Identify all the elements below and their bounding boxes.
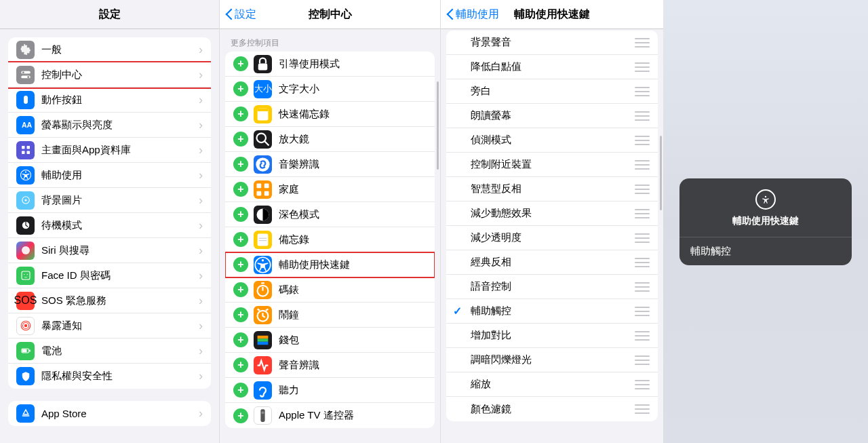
shazam-icon (254, 155, 272, 174)
reorder-handle-icon[interactable] (635, 282, 650, 292)
row-label: 螢幕顯示與亮度 (41, 119, 203, 132)
shortcut-row-reduce-transparency[interactable]: 減少透明度 (446, 226, 658, 250)
control-row-accessibility-shortcut[interactable]: 輔助使用快速鍵 (225, 252, 435, 277)
shortcut-row-detection-mode[interactable]: 偵測模式 (446, 128, 658, 153)
settings-row-siri[interactable]: Siri 與搜尋 (8, 238, 211, 263)
add-control-button[interactable] (233, 282, 248, 297)
add-control-button[interactable] (233, 107, 248, 121)
chevron-right-icon (199, 218, 203, 233)
reorder-handle-icon[interactable] (635, 111, 650, 121)
add-control-button[interactable] (233, 157, 248, 172)
settings-row-action-button[interactable]: 動作按鈕 (8, 88, 211, 113)
settings-row-privacy[interactable]: 隱私權與安全性 (8, 364, 211, 389)
settings-row-display[interactable]: AA螢幕顯示與亮度 (8, 113, 211, 138)
reorder-handle-icon[interactable] (635, 404, 650, 414)
svg-rect-37 (258, 233, 269, 246)
reorder-handle-icon[interactable] (635, 136, 650, 145)
settings-row-control-center[interactable]: 控制中心 (8, 62, 211, 88)
settings-header: 設定 (0, 0, 219, 29)
reorder-handle-icon[interactable] (635, 258, 650, 267)
control-center-scroll[interactable]: 更多控制項目 引導使用模式大小文字大小快速備忘錄放大鏡音樂辨識家庭深色模式備忘錄… (220, 29, 440, 443)
back-to-settings-button[interactable]: 設定 (225, 7, 256, 22)
accessibility-shortcut-popup: 輔助使用快速鍵 輔助觸控 (679, 178, 852, 265)
settings-scroll[interactable]: 一般控制中心動作按鈕AA螢幕顯示與亮度主畫面與App資料庫輔助使用背景圖片待機模… (0, 29, 219, 443)
reorder-handle-icon[interactable] (635, 160, 650, 170)
shortcut-row-control-nearby[interactable]: 控制附近裝置 (446, 153, 658, 177)
settings-sidebar: 設定 一般控制中心動作按鈕AA螢幕顯示與亮度主畫面與App資料庫輔助使用背景圖片… (0, 0, 220, 443)
reorder-handle-icon[interactable] (635, 185, 650, 194)
control-row-dark-mode[interactable]: 深色模式 (225, 202, 435, 227)
shortcut-row-classic-invert[interactable]: 經典反相 (446, 250, 658, 275)
shortcut-row-speak-screen[interactable]: 朗讀螢幕 (446, 104, 658, 128)
settings-row-wallpaper[interactable]: 背景圖片 (8, 188, 211, 213)
settings-row-standby[interactable]: 待機模式 (8, 213, 211, 238)
add-control-button[interactable] (233, 56, 248, 71)
shortcut-row-increase-contrast[interactable]: 增加對比 (446, 324, 658, 348)
add-control-button[interactable] (233, 81, 248, 96)
shortcut-row-assistive-touch[interactable]: ✓輔助觸控 (446, 299, 658, 324)
control-row-wallet[interactable]: 錢包 (225, 328, 435, 353)
control-row-magnifier[interactable]: 放大鏡 (225, 127, 435, 152)
shortcut-row-smart-invert[interactable]: 智慧型反相 (446, 177, 658, 201)
add-control-button[interactable] (233, 207, 248, 222)
control-row-stopwatch[interactable]: 碼錶 (225, 277, 435, 303)
add-control-button[interactable] (233, 358, 248, 372)
row-label: App Store (41, 408, 203, 419)
control-label: 深色模式 (279, 208, 427, 221)
row-label: 暴露通知 (41, 320, 203, 332)
reorder-handle-icon[interactable] (635, 307, 650, 316)
settings-row-general[interactable]: 一般 (8, 37, 211, 62)
control-row-alarm[interactable]: 鬧鐘 (225, 303, 435, 328)
shortcut-row-zoom[interactable]: 縮放 (446, 372, 658, 397)
add-control-button[interactable] (233, 257, 248, 272)
add-control-button[interactable] (233, 232, 248, 247)
reorder-handle-icon[interactable] (635, 355, 650, 365)
settings-row-faceid[interactable]: Face ID 與密碼 (8, 263, 211, 288)
control-row-notes[interactable]: 備忘錄 (225, 227, 435, 252)
magnifier-icon (254, 130, 272, 149)
control-row-guided-access[interactable]: 引導使用模式 (225, 52, 435, 77)
control-row-quick-note[interactable]: 快速備忘錄 (225, 102, 435, 127)
reorder-handle-icon[interactable] (635, 209, 650, 218)
svg-rect-16 (22, 271, 30, 280)
control-row-home-app[interactable]: 家庭 (225, 177, 435, 202)
settings-row-sos[interactable]: SOSSOS 緊急服務 (8, 288, 211, 313)
reorder-handle-icon[interactable] (635, 380, 650, 389)
control-row-hearing[interactable]: 聽力 (225, 378, 435, 403)
reorder-handle-icon[interactable] (635, 87, 650, 96)
add-control-button[interactable] (233, 383, 248, 398)
control-row-sound-recognition[interactable]: 聲音辨識 (225, 353, 435, 378)
chevron-left-icon (225, 7, 233, 21)
add-control-button[interactable] (233, 332, 248, 347)
shortcut-row-reduce-motion[interactable]: 減少動態效果 (446, 201, 658, 226)
add-control-button[interactable] (233, 307, 248, 322)
control-row-appletv-remote[interactable]: Apple TV 遙控器 (225, 403, 435, 428)
reorder-handle-icon[interactable] (635, 38, 650, 47)
shortcut-row-background-sounds[interactable]: 背景聲音 (446, 31, 658, 55)
add-control-button[interactable] (233, 132, 248, 147)
settings-row-home-screen[interactable]: 主畫面與App資料庫 (8, 138, 211, 163)
settings-row-exposure[interactable]: 暴露通知 (8, 313, 211, 339)
chevron-right-icon (199, 193, 203, 208)
row-label: 電池 (41, 345, 203, 358)
accessibility-shortcut-scroll[interactable]: 背景聲音降低白點值旁白朗讀螢幕偵測模式控制附近裝置智慧型反相減少動態效果減少透明… (441, 29, 663, 443)
shortcut-row-dim-flashing[interactable]: 調暗閃爍燈光 (446, 348, 658, 372)
shortcut-row-reduce-white-point[interactable]: 降低白點值 (446, 55, 658, 79)
add-control-button[interactable] (233, 182, 248, 197)
chevron-right-icon (199, 319, 203, 333)
control-row-shazam[interactable]: 音樂辨識 (225, 152, 435, 177)
settings-row-battery[interactable]: 電池 (8, 339, 211, 364)
shortcut-row-voice-control[interactable]: 語音控制 (446, 275, 658, 299)
control-row-text-size[interactable]: 大小文字大小 (225, 77, 435, 102)
back-to-accessibility-button[interactable]: 輔助使用 (446, 7, 499, 22)
shortcut-row-color-filters[interactable]: 顏色濾鏡 (446, 397, 658, 421)
reorder-handle-icon[interactable] (635, 331, 650, 341)
popup-item-assistive-touch[interactable]: 輔助觸控 (679, 237, 852, 265)
add-control-button[interactable] (233, 408, 248, 423)
reorder-handle-icon[interactable] (635, 62, 650, 72)
settings-row-accessibility[interactable]: 輔助使用 (8, 163, 211, 188)
settings-row-app-store[interactable]: App Store (8, 401, 211, 426)
shortcut-row-voiceover[interactable]: 旁白 (446, 79, 658, 104)
reorder-handle-icon[interactable] (635, 233, 650, 243)
svg-rect-32 (257, 183, 262, 188)
